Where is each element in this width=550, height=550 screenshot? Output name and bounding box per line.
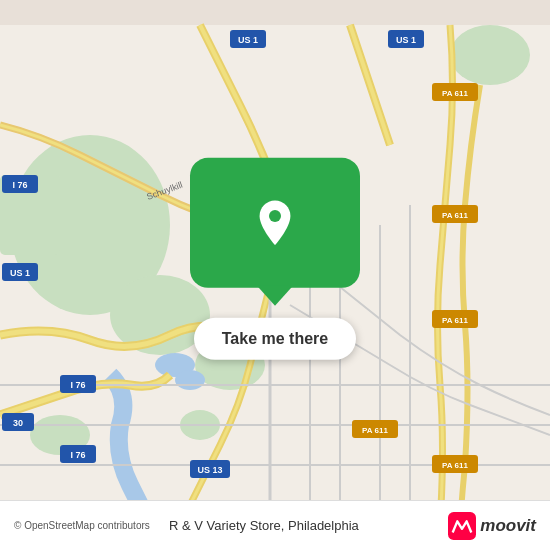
- svg-point-48: [269, 210, 281, 222]
- location-pin-icon: [251, 199, 299, 247]
- cta-overlay: Take me there: [190, 158, 360, 360]
- moovit-logo: moovit: [448, 512, 536, 540]
- bottom-info: © OpenStreetMap contributors R & V Varie…: [14, 518, 359, 533]
- svg-text:PA 611: PA 611: [442, 211, 468, 220]
- svg-text:I 76: I 76: [12, 180, 27, 190]
- map-pin-background: [190, 158, 360, 288]
- svg-rect-49: [448, 512, 476, 540]
- svg-text:I 76: I 76: [70, 450, 85, 460]
- bottom-bar: © OpenStreetMap contributors R & V Varie…: [0, 500, 550, 550]
- svg-point-5: [450, 25, 530, 85]
- svg-text:US 1: US 1: [10, 268, 30, 278]
- take-me-there-button[interactable]: Take me there: [194, 318, 356, 360]
- location-label: R & V Variety Store, Philadelphia: [169, 518, 359, 533]
- copyright-text: © OpenStreetMap contributors: [14, 520, 150, 531]
- svg-text:PA 611: PA 611: [362, 426, 388, 435]
- moovit-icon: [448, 512, 476, 540]
- svg-text:I 76: I 76: [70, 380, 85, 390]
- svg-text:US 1: US 1: [238, 35, 258, 45]
- svg-text:US 13: US 13: [197, 465, 222, 475]
- svg-text:US 1: US 1: [396, 35, 416, 45]
- svg-text:PA 611: PA 611: [442, 461, 468, 470]
- svg-text:PA 611: PA 611: [442, 316, 468, 325]
- svg-point-9: [175, 370, 205, 390]
- svg-text:PA 611: PA 611: [442, 89, 468, 98]
- moovit-logo-text: moovit: [480, 516, 536, 536]
- svg-text:30: 30: [13, 418, 23, 428]
- map-container: I 76 US 1 US 1 US 1 PA 611 PA 611 PA 611…: [0, 0, 550, 550]
